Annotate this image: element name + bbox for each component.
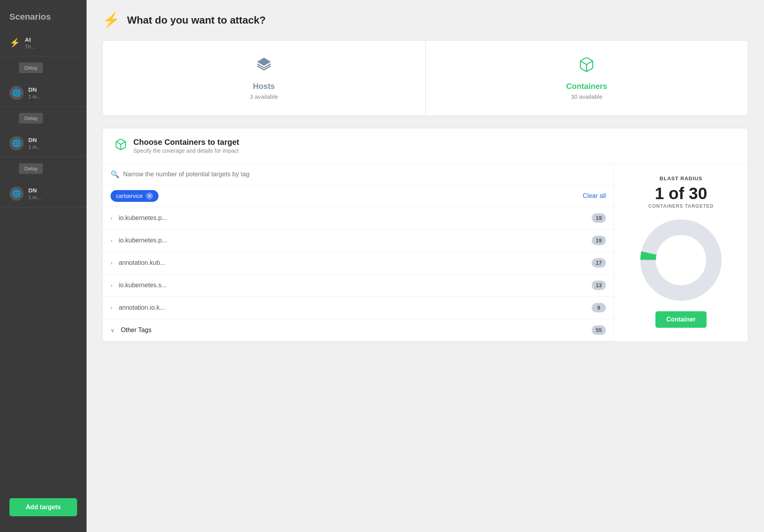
globe-icon-3: 🌐 bbox=[9, 136, 24, 150]
page-header: ⚡ What do you want to attack? bbox=[102, 12, 748, 28]
choose-section-title: Choose Containers to target bbox=[133, 138, 239, 147]
tag-count-1: 19 bbox=[592, 236, 606, 245]
chevron-down-icon-5: ∨ bbox=[111, 327, 114, 333]
sidebar-item-name-4: DN bbox=[28, 187, 41, 194]
header-bolt-icon: ⚡ bbox=[102, 12, 120, 28]
tag-row-1[interactable]: › io.kubernetes.p... 19 bbox=[103, 229, 614, 252]
choose-section-icon bbox=[114, 138, 127, 153]
sidebar-item-3[interactable]: 🌐 DN 1 m... bbox=[0, 130, 87, 157]
tag-name-2: annotation.kub... bbox=[119, 259, 592, 266]
chevron-right-icon-3: › bbox=[111, 282, 113, 288]
sidebar-item-name-1: At bbox=[25, 36, 35, 43]
chevron-right-icon-2: › bbox=[111, 260, 113, 266]
sidebar-item-sub-3: 1 m... bbox=[28, 144, 41, 150]
choose-body: 🔍 cartservice ✕ Clear all › bbox=[103, 164, 748, 342]
clear-all-button[interactable]: Clear all bbox=[583, 192, 606, 200]
sidebar-item-4[interactable]: 🌐 DN 1 m... bbox=[0, 180, 87, 207]
page-title: What do you want to attack? bbox=[127, 14, 266, 26]
sidebar-item-sub-2: 1 m... bbox=[28, 94, 41, 100]
tag-name-5: Other Tags bbox=[121, 327, 592, 334]
tag-chip-remove[interactable]: ✕ bbox=[146, 192, 153, 200]
active-tags-list: cartservice ✕ bbox=[111, 190, 159, 202]
sidebar-item-sub-4: 1 m... bbox=[28, 194, 41, 200]
containers-label: Containers bbox=[566, 82, 607, 91]
sidebar-delay-3: Delay bbox=[19, 163, 43, 174]
globe-icon-2: 🌐 bbox=[9, 86, 24, 100]
sidebar-item-1[interactable]: ⚡ At Th... bbox=[0, 30, 87, 56]
tag-row-0[interactable]: › io.kubernetes.p... 19 bbox=[103, 207, 614, 229]
hosts-label: Hosts bbox=[253, 82, 275, 91]
add-targets-button[interactable]: Add targets bbox=[9, 498, 77, 516]
sidebar-title: Scenarios bbox=[0, 8, 87, 30]
search-input[interactable] bbox=[123, 171, 606, 178]
hosts-icon bbox=[256, 56, 272, 76]
tag-name-0: io.kubernetes.p... bbox=[119, 214, 592, 222]
blast-radius-label: CONTAINERS TARGETED bbox=[648, 203, 714, 209]
tag-count-0: 19 bbox=[592, 213, 606, 223]
sidebar: Scenarios ⚡ At Th... Delay 🌐 DN 1 m... D… bbox=[0, 0, 87, 532]
sidebar-item-name-2: DN bbox=[28, 86, 41, 93]
search-icon: 🔍 bbox=[111, 170, 119, 179]
choose-section-subtitle: Specify the coverage and details for imp… bbox=[133, 148, 239, 154]
tag-row-5[interactable]: ∨ Other Tags 55 bbox=[103, 319, 614, 342]
blast-radius-donut bbox=[638, 217, 724, 303]
globe-icon-4: 🌐 bbox=[9, 187, 24, 201]
tag-count-3: 13 bbox=[592, 281, 606, 290]
tag-name-1: io.kubernetes.p... bbox=[119, 237, 592, 244]
sidebar-delay-2: Delay bbox=[19, 113, 43, 124]
tag-filter-area: 🔍 cartservice ✕ Clear all › bbox=[103, 164, 614, 342]
tag-count-5: 55 bbox=[592, 325, 606, 335]
sidebar-delay-1: Delay bbox=[19, 63, 43, 73]
chevron-right-icon-0: › bbox=[111, 215, 113, 221]
chevron-right-icon-4: › bbox=[111, 305, 113, 311]
tag-row-2[interactable]: › annotation.kub... 17 bbox=[103, 252, 614, 274]
tag-row-4[interactable]: › annotation.io.k... 9 bbox=[103, 297, 614, 319]
container-button[interactable]: Container bbox=[655, 311, 707, 328]
tag-count-4: 9 bbox=[592, 303, 606, 312]
bolt-icon: ⚡ bbox=[9, 38, 20, 48]
choose-section-text: Choose Containers to target Specify the … bbox=[133, 138, 239, 154]
containers-card[interactable]: Containers 30 available bbox=[426, 41, 748, 116]
target-type-cards: Hosts 3 available Containers 30 availabl… bbox=[102, 40, 748, 116]
hosts-card[interactable]: Hosts 3 available bbox=[103, 41, 426, 116]
tag-count-2: 17 bbox=[592, 258, 606, 268]
hosts-count: 3 available bbox=[250, 93, 278, 100]
tag-chip-label: cartservice bbox=[116, 193, 143, 199]
tag-chip-cartservice[interactable]: cartservice ✕ bbox=[111, 190, 159, 202]
tag-row-3[interactable]: › io.kubernetes.s... 13 bbox=[103, 274, 614, 297]
containers-count: 30 available bbox=[571, 93, 602, 100]
search-bar[interactable]: 🔍 bbox=[103, 164, 614, 185]
sidebar-item-sub-1: Th... bbox=[25, 44, 35, 50]
sidebar-item-name-3: DN bbox=[28, 137, 41, 143]
containers-icon bbox=[578, 56, 595, 76]
blast-radius-title: BLAST RADIUS bbox=[660, 175, 703, 181]
tag-name-3: io.kubernetes.s... bbox=[119, 282, 592, 289]
main-content: ⚡ What do you want to attack? Hosts 3 av… bbox=[87, 0, 764, 532]
svg-point-5 bbox=[659, 238, 703, 282]
blast-radius-count: 1 of 30 bbox=[655, 185, 707, 202]
tag-name-4: annotation.io.k... bbox=[119, 304, 592, 311]
choose-containers-section: Choose Containers to target Specify the … bbox=[102, 128, 748, 342]
choose-section-header: Choose Containers to target Specify the … bbox=[103, 128, 748, 164]
sidebar-item-2[interactable]: 🌐 DN 1 m... bbox=[0, 79, 87, 107]
active-tags-row: cartservice ✕ Clear all bbox=[103, 185, 614, 207]
blast-radius-panel: BLAST RADIUS 1 of 30 CONTAINERS TARGETED bbox=[614, 164, 748, 342]
chevron-right-icon-1: › bbox=[111, 237, 113, 244]
